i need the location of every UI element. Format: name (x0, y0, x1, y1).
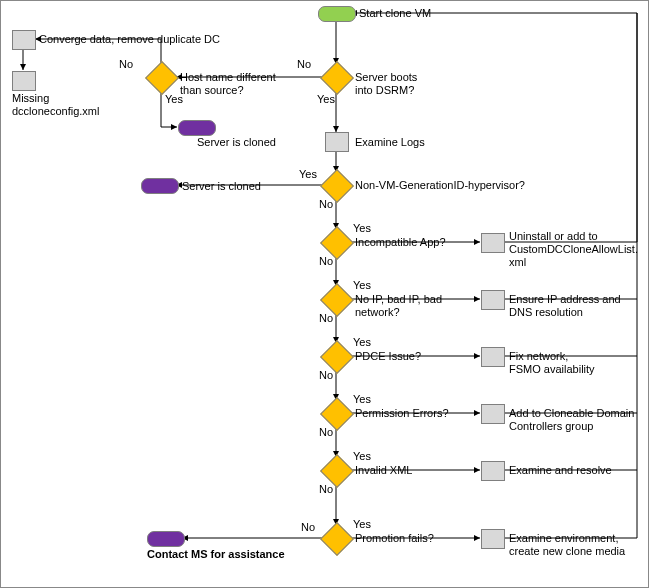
decision-nonvm-label: Non-VM-GenerationID-hypervisor? (355, 179, 525, 192)
edge-label-yes: Yes (353, 393, 371, 406)
process-missing (12, 71, 36, 91)
end-cloned2-label: Server is cloned (182, 180, 261, 193)
edge-label-yes: Yes (317, 93, 335, 106)
process-converge-label: Converge data, remove duplicate DC (39, 33, 220, 46)
decision-noip-label: No IP, bad IP, bad network? (355, 293, 442, 319)
decision-incompat-label: Incompatible App? (355, 236, 446, 249)
edge-label-no: No (319, 312, 333, 325)
process-logs-label: Examine Logs (355, 136, 425, 149)
edge-label-no: No (119, 58, 133, 71)
decision-perm-label: Permission Errors? (355, 407, 449, 420)
decision-hostname-label: Host name different than source? (180, 71, 276, 97)
process-converge (12, 30, 36, 50)
end-contact (147, 531, 185, 547)
edge-label-no: No (319, 483, 333, 496)
end-cloned1-label: Server is cloned (197, 136, 276, 149)
edge-label-no: No (319, 369, 333, 382)
process-noip-fix-label: Ensure IP address and DNS resolution (509, 293, 621, 319)
edge-label-yes: Yes (353, 336, 371, 349)
end-cloned1 (178, 120, 216, 136)
edge-label-yes: Yes (353, 450, 371, 463)
edge-label-yes: Yes (353, 222, 371, 235)
process-pdce-fix (481, 347, 505, 367)
process-noip-fix (481, 290, 505, 310)
edge-label-no: No (301, 521, 315, 534)
process-promo-fix-label: Examine environment, create new clone me… (509, 532, 625, 558)
end-cloned2 (141, 178, 179, 194)
process-incompat-fix (481, 233, 505, 253)
process-incompat-fix-label: Uninstall or add to CustomDCCloneAllowLi… (509, 230, 638, 269)
flowchart-canvas: Start clone VM Server boots into DSRM? N… (0, 0, 649, 588)
edge-label-no: No (319, 426, 333, 439)
process-perm-fix-label: Add to Cloneable Domain Controllers grou… (509, 407, 634, 433)
start-node (318, 6, 356, 22)
start-label: Start clone VM (359, 7, 431, 20)
process-xml-fix (481, 461, 505, 481)
edge-label-yes: Yes (299, 168, 317, 181)
decision-xml-label: Invalid XML (355, 464, 412, 477)
decision-promo-label: Promotion fails? (355, 532, 434, 545)
edge-label-yes: Yes (353, 518, 371, 531)
end-contact-label: Contact MS for assistance (147, 548, 285, 561)
process-missing-label: Missing dccloneconfig.xml (12, 92, 99, 118)
process-logs (325, 132, 349, 152)
edge-label-yes: Yes (165, 93, 183, 106)
decision-pdce-label: PDCE Issue? (355, 350, 421, 363)
process-xml-fix-label: Examine and resolve (509, 464, 612, 477)
edge-label-no: No (319, 255, 333, 268)
edge-label-no: No (319, 198, 333, 211)
process-pdce-fix-label: Fix network, FSMO availability (509, 350, 595, 376)
decision-dsrm-label: Server boots into DSRM? (355, 71, 417, 97)
process-promo-fix (481, 529, 505, 549)
process-perm-fix (481, 404, 505, 424)
edge-label-no: No (297, 58, 311, 71)
edge-label-yes: Yes (353, 279, 371, 292)
